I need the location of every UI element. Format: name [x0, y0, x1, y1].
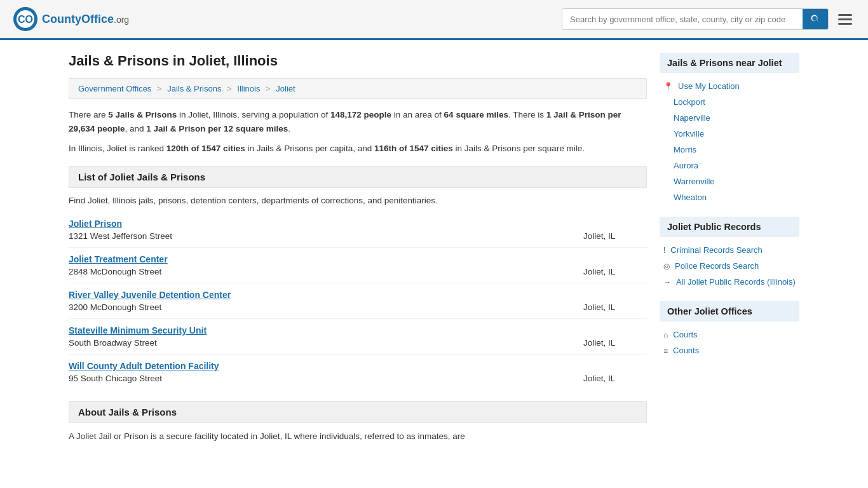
sidebar-nearby-link-2[interactable]: Yorkville — [660, 126, 799, 142]
sidebar-other-offices: Other Joliet Offices ⌂ Courts ≡ Counts — [660, 301, 799, 358]
facility-name-1[interactable]: Joliet Treatment Center — [69, 254, 168, 264]
menu-line-1 — [838, 14, 852, 16]
sidebar-other-offices-title: Other Joliet Offices — [660, 301, 799, 322]
menu-line-2 — [838, 18, 852, 20]
site-header: CO CountyOffice.org — [0, 0, 868, 40]
breadcrumb-sep-1: > — [157, 84, 164, 93]
sidebar-link-counts[interactable]: ≡ Counts — [660, 342, 799, 358]
facility-address-4: 95 South Chicago Street — [69, 374, 162, 383]
about-description: A Joliet Jail or Prison is a secure faci… — [69, 430, 647, 444]
breadcrumb-sep-2: > — [227, 84, 234, 93]
sidebar-nearby-link-4[interactable]: Aurora — [660, 158, 799, 173]
facility-item: Joliet Prison 1321 West Jefferson Street… — [69, 212, 647, 248]
facility-city-3: Joliet, IL — [583, 338, 647, 348]
sidebar-public-records: Joliet Public Records !Criminal Records … — [660, 217, 799, 290]
counts-icon: ≡ — [663, 346, 668, 355]
facility-name-2[interactable]: River Valley Juvenile Detention Center — [69, 290, 231, 300]
facility-item: Joliet Treatment Center 2848 McDonough S… — [69, 248, 647, 283]
sidebar-public-records-title: Joliet Public Records — [660, 217, 799, 237]
facility-city-4: Joliet, IL — [583, 374, 647, 383]
logo-text: CountyOffice.org — [42, 13, 129, 26]
facility-list: Joliet Prison 1321 West Jefferson Street… — [69, 212, 647, 390]
search-input[interactable] — [562, 10, 803, 29]
breadcrumb-government-offices[interactable]: Government Offices — [78, 84, 151, 93]
courts-label: Courts — [673, 330, 697, 339]
sidebar-nearby-link-6[interactable]: Wheaton — [660, 189, 799, 205]
breadcrumb: Government Offices > Jails & Prisons > I… — [69, 78, 647, 99]
main-container: Jails & Prisons in Joliet, Illinois Gove… — [59, 40, 809, 463]
facility-item: Will County Adult Detention Facility 95 … — [69, 355, 647, 390]
courts-icon: ⌂ — [663, 330, 668, 339]
breadcrumb-illinois[interactable]: Illinois — [237, 84, 260, 93]
header-right — [562, 8, 855, 30]
menu-line-3 — [838, 23, 852, 25]
sidebar: Jails & Prisons near Joliet 📍 Use My Loc… — [660, 53, 799, 450]
sidebar-nearby-link-5[interactable]: Warrenville — [660, 173, 799, 189]
public-record-icon-0: ! — [663, 246, 665, 255]
facility-address-3: South Broadway Street — [69, 338, 157, 348]
sidebar-nearby-link-3[interactable]: Morris — [660, 142, 799, 158]
menu-button[interactable] — [835, 11, 855, 28]
breadcrumb-sep-3: > — [266, 84, 273, 93]
description-1: There are 5 Jails & Prisons in Joliet, I… — [69, 108, 647, 135]
list-description: Find Joliet, Illinois jails, prisons, de… — [69, 194, 647, 207]
breadcrumb-joliet[interactable]: Joliet — [276, 84, 295, 93]
search-bar — [562, 8, 829, 30]
search-icon — [810, 14, 820, 24]
public-record-link-1[interactable]: ◎Police Records Search — [660, 258, 799, 274]
public-record-icon-1: ◎ — [663, 262, 670, 271]
list-heading: List of Joliet Jails & Prisons — [69, 166, 647, 188]
facility-item: Stateville Minimum Security Unit South B… — [69, 319, 647, 355]
use-my-location-link[interactable]: 📍 Use My Location — [660, 78, 799, 94]
public-record-link-0[interactable]: !Criminal Records Search — [660, 242, 799, 258]
facility-city-0: Joliet, IL — [583, 231, 647, 241]
sidebar-link-courts[interactable]: ⌂ Courts — [660, 327, 799, 342]
counts-label: Counts — [673, 346, 699, 355]
public-record-link-2[interactable]: →All Joliet Public Records (Illinois) — [660, 274, 799, 290]
description-2: In Illinois, Joliet is ranked 120th of 1… — [69, 142, 647, 156]
facility-city-2: Joliet, IL — [583, 302, 647, 312]
facility-city-1: Joliet, IL — [583, 267, 647, 276]
sidebar-nearby: Jails & Prisons near Joliet 📍 Use My Loc… — [660, 53, 799, 205]
nearby-links: LockportNapervilleYorkvilleMorrisAuroraW… — [660, 94, 799, 205]
sidebar-nearby-link-0[interactable]: Lockport — [660, 94, 799, 110]
public-record-icon-2: → — [663, 278, 671, 287]
logo[interactable]: CO CountyOffice.org — [13, 6, 129, 32]
facility-name-4[interactable]: Will County Adult Detention Facility — [69, 361, 219, 371]
location-icon: 📍 — [663, 82, 673, 91]
public-records-links: !Criminal Records Search◎Police Records … — [660, 242, 799, 290]
about-heading: About Jails & Prisons — [69, 401, 647, 423]
sidebar-nearby-link-1[interactable]: Naperville — [660, 110, 799, 126]
facility-item: River Valley Juvenile Detention Center 3… — [69, 283, 647, 319]
facility-name-3[interactable]: Stateville Minimum Security Unit — [69, 325, 207, 336]
logo-icon: CO — [13, 6, 38, 32]
search-button[interactable] — [803, 9, 828, 29]
breadcrumb-jails-prisons[interactable]: Jails & Prisons — [167, 84, 221, 93]
facility-address-2: 3200 McDonough Street — [69, 302, 161, 312]
svg-text:CO: CO — [18, 14, 33, 25]
facility-address-0: 1321 West Jefferson Street — [69, 231, 172, 241]
facility-address-1: 2848 McDonough Street — [69, 267, 161, 276]
sidebar-nearby-title: Jails & Prisons near Joliet — [660, 53, 799, 73]
content-area: Jails & Prisons in Joliet, Illinois Gove… — [69, 53, 647, 450]
facility-name-0[interactable]: Joliet Prison — [69, 219, 122, 229]
page-title: Jails & Prisons in Joliet, Illinois — [69, 53, 647, 69]
